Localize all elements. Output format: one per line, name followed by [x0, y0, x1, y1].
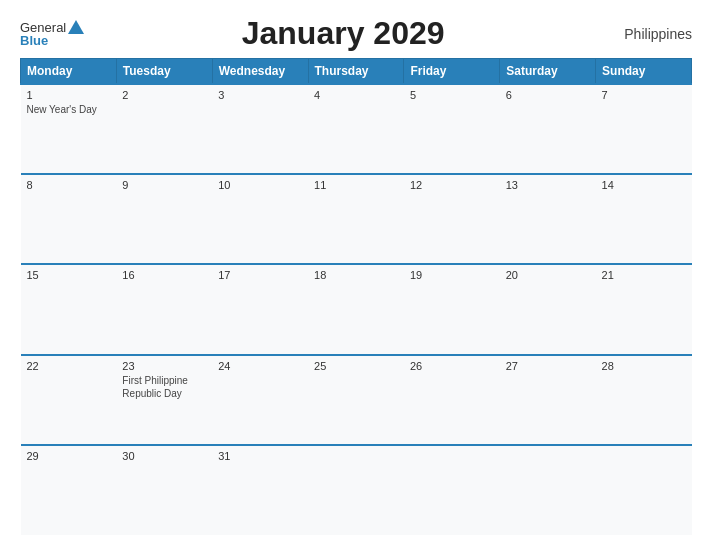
day-number: 26	[410, 360, 494, 372]
calendar-day-cell: 20	[500, 264, 596, 354]
day-number: 23	[122, 360, 206, 372]
day-number: 27	[506, 360, 590, 372]
day-number: 30	[122, 450, 206, 462]
weekday-header-cell: Thursday	[308, 59, 404, 85]
weekday-header-cell: Tuesday	[116, 59, 212, 85]
calendar-week-row: 293031	[21, 445, 692, 535]
calendar-title: January 2029	[84, 15, 602, 52]
day-number: 10	[218, 179, 302, 191]
calendar-day-cell: 24	[212, 355, 308, 445]
calendar-day-cell: 6	[500, 84, 596, 174]
weekday-header-row: MondayTuesdayWednesdayThursdayFridaySatu…	[21, 59, 692, 85]
calendar-header: General Blue January 2029 Philippines	[20, 15, 692, 52]
day-number: 29	[27, 450, 111, 462]
day-number: 16	[122, 269, 206, 281]
day-number: 1	[27, 89, 111, 101]
day-number: 7	[602, 89, 686, 101]
calendar-day-cell: 17	[212, 264, 308, 354]
weekday-header-cell: Sunday	[596, 59, 692, 85]
calendar-table: MondayTuesdayWednesdayThursdayFridaySatu…	[20, 58, 692, 535]
calendar-day-cell: 26	[404, 355, 500, 445]
calendar-day-cell	[596, 445, 692, 535]
calendar-day-cell: 12	[404, 174, 500, 264]
calendar-day-cell: 7	[596, 84, 692, 174]
day-number: 24	[218, 360, 302, 372]
calendar-day-cell: 18	[308, 264, 404, 354]
day-number: 18	[314, 269, 398, 281]
calendar-week-row: 891011121314	[21, 174, 692, 264]
calendar-day-cell	[308, 445, 404, 535]
day-number: 15	[27, 269, 111, 281]
day-number: 17	[218, 269, 302, 281]
calendar-day-cell: 4	[308, 84, 404, 174]
calendar-day-cell: 14	[596, 174, 692, 264]
day-number: 31	[218, 450, 302, 462]
calendar-day-cell: 5	[404, 84, 500, 174]
logo-general-text: General	[20, 21, 66, 34]
weekday-header-cell: Friday	[404, 59, 500, 85]
weekday-header-cell: Saturday	[500, 59, 596, 85]
calendar-week-row: 1New Year's Day234567	[21, 84, 692, 174]
logo: General Blue	[20, 20, 84, 47]
calendar-page: General Blue January 2029 Philippines Mo…	[0, 0, 712, 550]
day-number: 2	[122, 89, 206, 101]
calendar-day-cell: 11	[308, 174, 404, 264]
day-number: 6	[506, 89, 590, 101]
holiday-name: New Year's Day	[27, 103, 111, 116]
calendar-day-cell: 22	[21, 355, 117, 445]
day-number: 22	[27, 360, 111, 372]
calendar-day-cell	[500, 445, 596, 535]
day-number: 19	[410, 269, 494, 281]
calendar-day-cell: 16	[116, 264, 212, 354]
calendar-day-cell: 19	[404, 264, 500, 354]
calendar-day-cell: 2	[116, 84, 212, 174]
calendar-day-cell: 1New Year's Day	[21, 84, 117, 174]
calendar-day-cell: 27	[500, 355, 596, 445]
calendar-week-row: 2223First Philippine Republic Day2425262…	[21, 355, 692, 445]
calendar-body: 1New Year's Day2345678910111213141516171…	[21, 84, 692, 535]
day-number: 4	[314, 89, 398, 101]
calendar-day-cell: 8	[21, 174, 117, 264]
day-number: 9	[122, 179, 206, 191]
day-number: 25	[314, 360, 398, 372]
calendar-day-cell: 13	[500, 174, 596, 264]
calendar-day-cell: 25	[308, 355, 404, 445]
logo-blue-text: Blue	[20, 34, 48, 47]
day-number: 13	[506, 179, 590, 191]
day-number: 20	[506, 269, 590, 281]
day-number: 12	[410, 179, 494, 191]
calendar-day-cell: 21	[596, 264, 692, 354]
calendar-week-row: 15161718192021	[21, 264, 692, 354]
day-number: 3	[218, 89, 302, 101]
day-number: 28	[602, 360, 686, 372]
calendar-day-cell: 10	[212, 174, 308, 264]
weekday-header-cell: Wednesday	[212, 59, 308, 85]
calendar-day-cell: 15	[21, 264, 117, 354]
day-number: 11	[314, 179, 398, 191]
calendar-day-cell: 29	[21, 445, 117, 535]
calendar-day-cell: 9	[116, 174, 212, 264]
weekday-header-cell: Monday	[21, 59, 117, 85]
day-number: 5	[410, 89, 494, 101]
country-label: Philippines	[602, 26, 692, 42]
calendar-day-cell	[404, 445, 500, 535]
holiday-name: First Philippine Republic Day	[122, 374, 206, 400]
calendar-day-cell: 28	[596, 355, 692, 445]
day-number: 8	[27, 179, 111, 191]
calendar-day-cell: 31	[212, 445, 308, 535]
calendar-day-cell: 3	[212, 84, 308, 174]
logo-triangle-icon	[68, 20, 84, 34]
day-number: 21	[602, 269, 686, 281]
day-number: 14	[602, 179, 686, 191]
calendar-day-cell: 30	[116, 445, 212, 535]
calendar-day-cell: 23First Philippine Republic Day	[116, 355, 212, 445]
